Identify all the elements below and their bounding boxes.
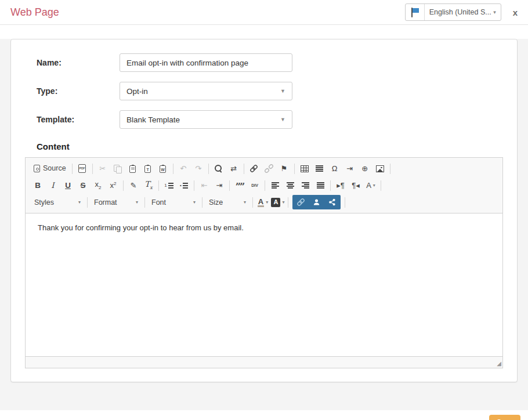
styles-dropdown[interactable]: Styles▾ [31,195,84,209]
form-card: Name: Type: Opt-in ▼ Template: Blank Tem… [10,39,518,382]
align-center-button[interactable] [283,179,297,193]
toolbar-separator [244,164,244,174]
format-dropdown[interactable]: Format▾ [91,195,141,209]
source-icon [34,165,40,172]
paste-word-button[interactable] [156,162,170,176]
paste-text-button[interactable] [141,162,155,176]
div-container-button[interactable]: DIV [248,179,262,193]
chevron-down-icon: ▼ [280,117,285,122]
underline-button[interactable]: U [61,179,75,193]
insert-link-button[interactable] [293,195,309,209]
replace-icon: ⇄ [230,165,237,172]
source-button[interactable]: Source [31,162,69,176]
editor-toolbar: Source✂↶↷⇄⚑Ω⇥⊕BIUSx2x2✎Tx1•⇤⇥””DIV▸¶¶◂A▾… [26,158,502,213]
copy-formatting-button[interactable]: ✎ [126,179,140,193]
paste-button[interactable] [126,162,140,176]
background-color-icon: A [271,198,280,207]
template-row: Template: Blank Template ▼ [37,110,503,129]
name-input[interactable] [120,53,292,72]
iframe-button[interactable]: ⊕ [358,162,372,176]
find-button[interactable] [212,162,226,176]
align-justify-button[interactable] [313,179,327,193]
flag-icon [411,8,419,17]
chevron-down-icon: ▾ [193,200,196,205]
subscript-icon: x2 [95,180,102,190]
size-dropdown[interactable]: Size▾ [206,195,249,209]
form-area: Name: Type: Opt-in ▼ Template: Blank Tem… [37,53,503,151]
find-icon [215,165,223,173]
text-direction-ltr-button[interactable]: ▸¶ [334,179,348,193]
save-button[interactable]: Save [489,415,520,420]
replace-button[interactable]: ⇄ [227,162,241,176]
font-dropdown-label: Font [151,198,166,207]
anchor-icon: ⚑ [281,165,288,172]
numbered-list-icon [168,182,173,189]
increase-indent-button[interactable]: ⇥ [212,179,226,193]
name-label: Name: [37,58,120,67]
special-char-icon: Ω [332,165,338,172]
align-left-button[interactable] [268,179,282,193]
page-break-button[interactable]: ⇥ [343,162,357,176]
cut-button: ✂ [96,162,110,176]
align-justify-icon [317,182,324,189]
social-share-button[interactable] [324,195,340,209]
table-button[interactable] [298,162,312,176]
language-button[interactable]: A▾ [364,179,378,193]
close-button[interactable]: x [513,8,518,17]
horizontal-rule-icon [316,165,323,172]
italic-icon: I [51,182,54,190]
text-direction-rtl-button[interactable]: ¶◂ [349,179,363,193]
remove-format-button[interactable]: Tx [142,179,155,193]
language-value: English (United S... [425,8,492,16]
strikethrough-button[interactable]: S [76,179,90,193]
bold-button[interactable]: B [31,179,45,193]
resize-handle-icon[interactable]: ◢ [497,360,501,368]
template-dropdown[interactable]: Blank Template ▼ [120,110,292,129]
export-pdf-button[interactable] [75,162,89,176]
page-break-icon: ⇥ [346,165,353,172]
format-dropdown-label: Format [94,198,117,207]
numbered-list-button[interactable]: 1 [162,179,176,193]
background-color-button[interactable]: A▾ [271,195,285,209]
image-icon [376,165,384,172]
editor-content-area[interactable]: Thank you for confirming your opt-in to … [26,213,502,356]
subscript-button[interactable]: x2 [91,179,105,193]
flag-icon-box [406,4,425,20]
type-value: Opt-in [126,87,148,96]
language-selector[interactable]: English (United S... ▾ [405,3,501,21]
name-row: Name: [37,53,503,72]
decrease-indent-button: ⇤ [197,179,211,193]
image-button[interactable] [373,162,387,176]
text-direction-rtl-icon: ¶◂ [352,182,360,189]
toolbar-row-1: Source✂↶↷⇄⚑Ω⇥⊕ [30,160,498,177]
blockquote-button[interactable]: ”” [233,179,247,193]
unlink-icon [265,164,273,173]
chevron-down-icon: ▼ [280,88,285,94]
italic-button[interactable]: I [46,179,60,193]
special-char-button[interactable]: Ω [328,162,342,176]
web-page-dialog: Web Page English (United S... ▾ x Name: … [0,0,528,420]
align-right-button[interactable] [298,179,312,193]
anchor-button[interactable]: ⚑ [277,162,291,176]
redo-icon: ↷ [195,165,201,172]
underline-icon: U [65,182,71,190]
social-share-icon [328,198,336,206]
toolbar-separator [92,164,93,174]
superscript-button[interactable]: x2 [106,179,120,193]
personalization-button[interactable] [309,195,324,209]
dialog-body: Name: Type: Opt-in ▼ Template: Blank Tem… [0,39,528,410]
toolbar-separator [173,164,173,174]
toolbar-separator [194,180,194,191]
remove-format-icon: Tx [144,180,153,190]
toolbar-separator [381,180,381,191]
cut-icon: ✂ [99,165,106,172]
link-button[interactable] [247,162,261,176]
font-dropdown[interactable]: Font▾ [149,195,198,209]
horizontal-rule-button[interactable] [313,162,327,176]
paste-icon [129,165,136,173]
text-color-button[interactable]: A▾ [256,195,270,209]
type-dropdown[interactable]: Opt-in ▼ [120,82,292,100]
toolbar-separator [294,164,295,174]
toolbar-separator [158,180,159,191]
bulleted-list-button[interactable]: • [177,179,191,193]
